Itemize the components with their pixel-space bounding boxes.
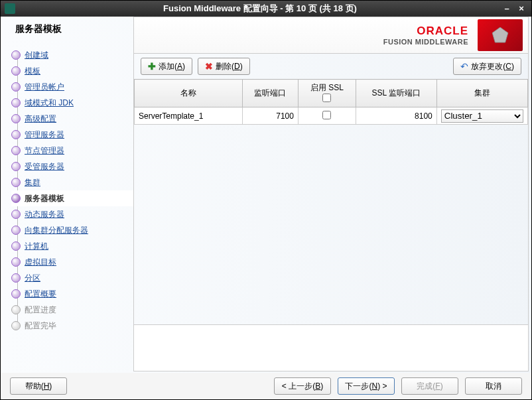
titlebar: Fusion Middleware 配置向导 - 第 10 页 (共 18 页)… <box>1 1 531 17</box>
step-label: 配置概要 <box>25 289 56 300</box>
pentagon-icon <box>478 19 523 51</box>
wizard-step-17: 配置完毕 <box>11 318 133 334</box>
wizard-step-11[interactable]: 向集群分配服务器 <box>11 222 133 238</box>
wizard-step-13[interactable]: 虚拟目标 <box>11 254 133 270</box>
wizard-step-6[interactable]: 节点管理器 <box>11 143 133 159</box>
step-label: 节点管理器 <box>25 145 64 157</box>
cell-enable-ssl[interactable] <box>298 107 356 125</box>
step-bullet-icon <box>11 257 21 267</box>
ssl-checkbox[interactable] <box>322 111 331 119</box>
cell-name[interactable]: ServerTemplate_1 <box>135 107 243 125</box>
step-bullet-icon <box>11 241 21 251</box>
table-area: 名称 监听端口 启用 SSL SSL 监听端口 集群 ServerTemplat… <box>134 79 528 324</box>
step-label: 高级配置 <box>25 113 56 125</box>
step-bullet-icon <box>11 178 21 187</box>
undo-icon: ↶ <box>460 61 468 72</box>
header-ssl-checkbox[interactable] <box>322 94 331 102</box>
step-bullet-icon <box>11 162 21 171</box>
finish-button[interactable]: 完成(F) <box>401 377 458 395</box>
step-label: 集群 <box>25 177 40 188</box>
help-button[interactable]: 帮助(H) <box>10 377 67 395</box>
wizard-step-16: 配置进度 <box>11 302 133 318</box>
main-panel: ORACLE FUSION MIDDLEWARE ✚ 添加(A) ✖ 删除(D) <box>133 17 529 371</box>
step-bullet-icon <box>11 321 21 330</box>
minimize-button[interactable]: – <box>501 3 513 14</box>
step-label: 配置完毕 <box>25 320 56 332</box>
step-label: 虚拟目标 <box>25 257 56 268</box>
step-bullet-icon <box>11 273 21 283</box>
cell-listen-port[interactable]: 7100 <box>242 107 298 125</box>
page-title: 服务器模板 <box>11 23 133 35</box>
step-bullet-icon <box>11 226 21 235</box>
step-bullet-icon <box>11 130 21 139</box>
toolbar: ✚ 添加(A) ✖ 删除(D) ↶ 放弃更改(C) <box>134 54 528 79</box>
wizard-step-3[interactable]: 域模式和 JDK <box>11 95 133 111</box>
cell-ssl-port[interactable]: 8100 <box>356 107 436 125</box>
step-bullet-icon <box>11 66 21 76</box>
oracle-logo: ORACLE FUSION MIDDLEWARE <box>383 25 478 46</box>
wizard-step-12[interactable]: 计算机 <box>11 238 133 254</box>
col-enable-ssl: 启用 SSL <box>298 80 356 107</box>
wizard-step-4[interactable]: 高级配置 <box>11 111 133 127</box>
close-button[interactable]: × <box>515 3 527 14</box>
footer: 帮助(H) < 上一步(B) 下一步(N) > 完成(F) 取消 <box>1 373 531 399</box>
table-row[interactable]: ServerTemplate_171008100Cluster_1 <box>135 107 528 125</box>
discard-button[interactable]: ↶ 放弃更改(C) <box>453 58 521 75</box>
step-bullet-icon <box>11 305 21 314</box>
svg-marker-0 <box>492 27 508 42</box>
wizard-step-9[interactable]: 服务器模板 <box>11 190 133 206</box>
app-icon <box>5 3 15 14</box>
step-bullet-icon <box>11 210 21 219</box>
step-label: 向集群分配服务器 <box>25 225 88 236</box>
wizard-step-7[interactable]: 受管服务器 <box>11 159 133 174</box>
step-label: 模板 <box>25 66 40 77</box>
step-bullet-icon <box>11 114 21 123</box>
window-title: Fusion Middleware 配置向导 - 第 10 页 (共 18 页) <box>19 3 501 15</box>
wizard-step-1[interactable]: 模板 <box>11 63 133 79</box>
wizard-step-2[interactable]: 管理员帐户 <box>11 79 133 95</box>
delete-icon: ✖ <box>205 61 213 72</box>
cancel-button[interactable]: 取消 <box>465 377 522 395</box>
header-bar: ORACLE FUSION MIDDLEWARE <box>134 17 528 54</box>
delete-button[interactable]: ✖ 删除(D) <box>198 58 250 75</box>
step-bullet-icon <box>11 50 21 60</box>
step-label: 管理员帐户 <box>25 82 64 93</box>
wizard-step-15[interactable]: 配置概要 <box>11 286 133 302</box>
step-bullet-icon <box>11 289 21 299</box>
wizard-step-5[interactable]: 管理服务器 <box>11 127 133 143</box>
col-name: 名称 <box>135 80 243 107</box>
step-label: 配置进度 <box>25 304 56 316</box>
wizard-step-10[interactable]: 动态服务器 <box>11 206 133 222</box>
wizard-step-14[interactable]: 分区 <box>11 270 133 286</box>
step-label: 计算机 <box>25 241 48 252</box>
status-panel <box>134 324 528 371</box>
step-bullet-icon <box>11 82 21 92</box>
server-template-table: 名称 监听端口 启用 SSL SSL 监听端口 集群 ServerTemplat… <box>134 79 528 125</box>
col-cluster: 集群 <box>436 80 527 107</box>
wizard-steps: 创建域模板管理员帐户域模式和 JDK高级配置管理服务器节点管理器受管服务器集群服… <box>11 47 133 334</box>
col-listen-port: 监听端口 <box>242 80 298 107</box>
step-label: 管理服务器 <box>25 129 64 141</box>
step-label: 域模式和 JDK <box>25 98 74 109</box>
add-button[interactable]: ✚ 添加(A) <box>141 58 192 75</box>
back-button[interactable]: < 上一步(B) <box>274 377 331 395</box>
wizard-step-8[interactable]: 集群 <box>11 174 133 190</box>
cluster-select[interactable]: Cluster_1 <box>441 109 523 123</box>
step-label: 受管服务器 <box>25 161 64 172</box>
step-bullet-icon <box>11 98 21 107</box>
cell-cluster[interactable]: Cluster_1 <box>436 107 527 125</box>
sidebar: 服务器模板 创建域模板管理员帐户域模式和 JDK高级配置管理服务器节点管理器受管… <box>1 17 133 373</box>
step-bullet-icon <box>11 146 21 155</box>
wizard-step-0[interactable]: 创建域 <box>11 47 133 63</box>
step-bullet-icon <box>11 194 21 203</box>
step-label: 动态服务器 <box>25 209 64 220</box>
step-label: 服务器模板 <box>25 193 64 204</box>
step-label: 分区 <box>25 273 40 284</box>
col-ssl-port: SSL 监听端口 <box>356 80 436 107</box>
step-label: 创建域 <box>25 50 48 61</box>
next-button[interactable]: 下一步(N) > <box>338 377 395 395</box>
plus-icon: ✚ <box>148 61 156 72</box>
